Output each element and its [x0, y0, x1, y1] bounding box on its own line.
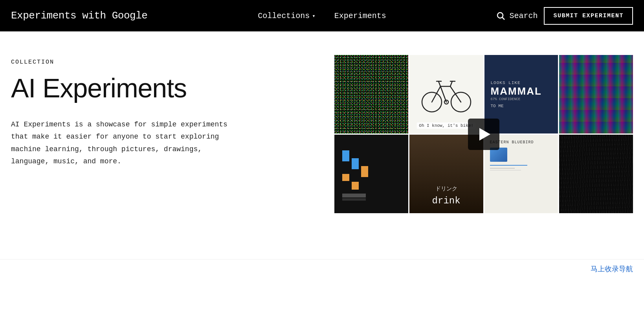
- bottom-bar: 马上收录导航: [0, 259, 644, 278]
- search-label: Search: [509, 11, 538, 20]
- watermark-text: 马上收录导航: [591, 264, 633, 274]
- play-button[interactable]: [468, 119, 499, 150]
- submit-experiment-button[interactable]: SUBMIT EXPERIMENT: [544, 7, 633, 25]
- mammal-word: MAMMAL: [491, 85, 542, 97]
- bike-sketch-icon: [421, 73, 472, 116]
- hero-section: COLLECTION AI Experiments AI Experiments…: [0, 31, 644, 259]
- grid-cell-particles: [334, 55, 408, 133]
- nav-collections-link[interactable]: Collections ▾: [258, 11, 315, 20]
- grid-cell-worms: [559, 135, 633, 213]
- collection-label: COLLECTION: [11, 59, 262, 66]
- block-art: [334, 135, 408, 213]
- svg-line-1: [503, 18, 505, 20]
- to-me-label: TO ME: [491, 104, 504, 108]
- grid-cell-blocks: [334, 135, 408, 213]
- video-grid-wrapper: Oh I know, it's bike! LOOKS LIKE MAMMAL …: [334, 55, 633, 213]
- bluebird-line3: [490, 170, 521, 170]
- collections-label: Collections: [258, 11, 310, 20]
- hero-description: AI Experiments is a showcase for simple …: [11, 119, 255, 168]
- nav-right: Search SUBMIT EXPERIMENT: [496, 7, 633, 25]
- navbar: Experiments with Google Collections ▾ Ex…: [0, 0, 644, 31]
- search-area[interactable]: Search: [496, 11, 538, 20]
- nav-center: Collections ▾ Experiments: [258, 11, 386, 20]
- japanese-text: ドリンク: [435, 185, 457, 192]
- hero-right: Oh I know, it's bike! LOOKS LIKE MAMMAL …: [278, 55, 633, 213]
- hero-title: AI Experiments: [11, 73, 262, 103]
- chevron-down-icon: ▾: [312, 13, 315, 19]
- bluebird-line2: [490, 168, 515, 168]
- mammal-confidence: 67% CONFIDENCE: [491, 97, 521, 101]
- nav-experiments-link[interactable]: Experiments: [334, 11, 386, 20]
- drink-label: drink: [432, 196, 461, 206]
- bluebird-bar: [490, 165, 528, 166]
- search-icon: [496, 11, 505, 20]
- bike-caption: Oh I know, it's bike!: [416, 122, 476, 129]
- play-icon: [479, 128, 490, 141]
- svg-line-4: [439, 81, 440, 86]
- svg-point-0: [497, 13, 503, 18]
- hero-left: COLLECTION AI Experiments AI Experiments…: [11, 55, 262, 168]
- grid-cell-colormap: [559, 55, 633, 133]
- looks-like-label: LOOKS LIKE: [491, 80, 521, 85]
- svg-line-6: [450, 81, 452, 86]
- nav-logo[interactable]: Experiments with Google: [11, 10, 147, 22]
